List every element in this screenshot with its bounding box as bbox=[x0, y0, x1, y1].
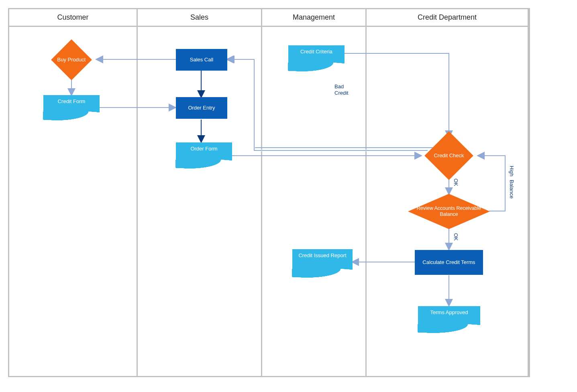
document-credit-form: Credit Form bbox=[43, 95, 100, 120]
document-credit-criteria: Credit Criteria bbox=[288, 45, 345, 71]
lane-header-sales: Sales bbox=[138, 9, 261, 27]
document-credit-issued-report: Credit Issued Report bbox=[292, 249, 353, 277]
edge-label-balance: Balance bbox=[508, 180, 515, 199]
document-order-form-label: Order Form bbox=[176, 146, 232, 152]
edge-label-bad-credit: Bad Credit bbox=[334, 83, 349, 96]
swimlane-diagram: Customer Sales Management Credit Departm… bbox=[8, 8, 530, 377]
decision-review-accounts-label: Review Accounts Receivable Balance bbox=[408, 194, 490, 229]
decision-credit-check-label: Credit Check bbox=[419, 137, 479, 175]
decision-review-accounts: Review Accounts Receivable Balance bbox=[408, 194, 490, 229]
document-order-form: Order Form bbox=[176, 142, 232, 168]
edge-label-high: High bbox=[508, 166, 515, 177]
decision-credit-check: Credit Check bbox=[419, 137, 479, 175]
document-terms-approved: Terms Approved bbox=[418, 306, 480, 333]
edge-label-bad-credit-2: Credit bbox=[334, 90, 349, 96]
lane-header-credit-department: Credit Department bbox=[367, 9, 528, 27]
process-calculate-terms: Calculate Credit Terms bbox=[415, 250, 483, 275]
process-order-entry-label: Order Entry bbox=[188, 105, 215, 111]
document-credit-form-label: Credit Form bbox=[43, 98, 100, 105]
edge-label-ok-2: OK bbox=[453, 233, 459, 241]
process-sales-call: Sales Call bbox=[176, 49, 227, 71]
process-sales-call-label: Sales Call bbox=[190, 57, 214, 63]
decision-buy-product-label: Buy Product bbox=[51, 45, 92, 75]
edge-label-ok-1: OK bbox=[453, 179, 459, 186]
edge-label-bad-credit-1: Bad bbox=[334, 83, 344, 89]
lane-header-management: Management bbox=[262, 9, 365, 27]
document-terms-approved-label: Terms Approved bbox=[418, 309, 480, 316]
process-order-entry: Order Entry bbox=[176, 97, 227, 119]
document-credit-criteria-label: Credit Criteria bbox=[288, 49, 345, 55]
document-credit-issued-report-label: Credit Issued Report bbox=[292, 252, 353, 259]
lane-header-customer: Customer bbox=[9, 9, 137, 27]
process-calculate-terms-label: Calculate Credit Terms bbox=[422, 259, 475, 266]
decision-buy-product: Buy Product bbox=[51, 45, 92, 75]
